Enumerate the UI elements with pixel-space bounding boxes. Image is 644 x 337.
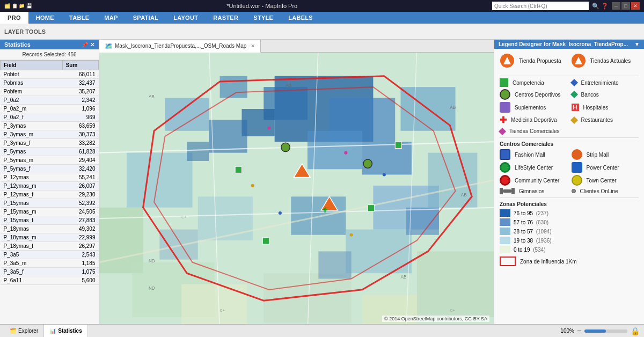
stats-pin-button[interactable]: 📌	[82, 42, 88, 48]
svg-text:AB: AB	[461, 193, 467, 197]
explorer-label: Explorer	[18, 328, 38, 334]
menu-tab-home[interactable]: HOME	[28, 12, 62, 24]
svg-rect-21	[181, 284, 247, 324]
svg-point-42	[344, 151, 347, 155]
col-header-sum: Sum	[62, 61, 98, 70]
sum-cell: 30,373	[62, 130, 98, 139]
svg-rect-8	[362, 142, 412, 174]
legend-tiendas-comerciales: Tiendas Comerciales	[500, 128, 639, 134]
field-cell: P_15ymas	[1, 199, 63, 208]
legend-item-tiendas-actuales: Tiendas Actuales	[571, 53, 639, 68]
town-center-icon	[572, 175, 582, 186]
table-row: Pobfem35,207	[1, 87, 99, 96]
menu-tab-pro[interactable]: PRO	[0, 12, 28, 24]
svg-text:C+: C+	[220, 309, 225, 313]
svg-point-48	[363, 159, 372, 168]
svg-text:AB: AB	[400, 275, 406, 280]
legend-title: Legend Designer for Mask_Isocrona_Tienda…	[499, 41, 628, 47]
zoom-minus-button[interactable]: ─	[577, 328, 581, 334]
table-row: P_18ymas_f26,297	[1, 242, 99, 251]
search-input[interactable]	[492, 2, 589, 10]
menu-tab-map[interactable]: MAP	[97, 12, 125, 24]
zona-0-19-swatch	[500, 246, 510, 253]
svg-text:AB: AB	[286, 83, 291, 88]
table-row: P_15ymas52,392	[1, 199, 99, 208]
legend-item-tienda-propuesta: Tienda Propuesta	[500, 53, 568, 68]
table-row: P_5ymas_f32,420	[1, 165, 99, 173]
clientes-online-icon	[572, 189, 576, 193]
sum-cell: 1,075	[62, 268, 98, 276]
statistics-tab[interactable]: 📊 Statistics	[44, 325, 87, 337]
field-cell: P_18ymas	[1, 225, 63, 233]
map-tab-close[interactable]: ✕	[251, 43, 255, 49]
menu-tab-layout[interactable]: LAYOUT	[166, 12, 206, 24]
menu-tab-raster[interactable]: RASTER	[206, 12, 246, 24]
field-cell: P_0a2	[1, 96, 63, 105]
stats-close-button[interactable]: ✕	[90, 42, 94, 48]
field-cell: P_5ymas_f	[1, 165, 63, 173]
menu-tab-spatial[interactable]: SPATIAL	[126, 12, 166, 24]
svg-text:ND: ND	[149, 259, 155, 263]
community-center-icon	[500, 175, 510, 186]
table-row: P_12ymas_f29,230	[1, 191, 99, 199]
map-canvas[interactable]: + AB AB AB AB AB ND ND C+	[99, 53, 494, 324]
ribbon: LAYER TOOLS	[0, 24, 644, 40]
menu-tab-style[interactable]: STYLE	[246, 12, 281, 24]
zona-influencia-row: Zona de Influencia 1Km	[500, 257, 639, 266]
zona-57-76-swatch	[500, 218, 510, 226]
sum-cell: 33,282	[62, 139, 98, 148]
explorer-tab[interactable]: 🗂️ Explorer	[4, 325, 44, 337]
legend-hospitales: H Hospitales	[572, 102, 639, 113]
legend-panel: Legend Designer for Mask_Isocrona_Tienda…	[494, 40, 644, 324]
table-row: P_15ymas_m24,505	[1, 208, 99, 216]
close-button[interactable]: ✕	[631, 2, 640, 10]
minimize-button[interactable]: ─	[612, 2, 620, 10]
sum-cell: 68,011	[62, 70, 98, 79]
table-row: P_3ymas_f33,282	[1, 139, 99, 148]
tiendas-actuales-icon	[571, 53, 586, 68]
table-row: P_6a115,600	[1, 276, 99, 285]
sum-cell: 35,207	[62, 87, 98, 96]
legend-close-button[interactable]: ▼	[634, 41, 640, 47]
svg-point-45	[251, 184, 254, 187]
map-area[interactable]: 🗺️ Mask_Isocrona_TiendaPropuesta,..._OSM…	[99, 40, 494, 324]
svg-rect-7	[209, 120, 247, 152]
legend-clientes-online: Clientes OnLine	[572, 188, 639, 194]
field-cell: Pobtot	[1, 70, 63, 79]
sum-cell: 26,297	[62, 242, 98, 251]
zona-76-95-swatch	[500, 209, 510, 217]
sum-cell: 32,420	[62, 165, 98, 173]
menu-tab-labels[interactable]: LABELS	[281, 12, 320, 24]
zoom-slider[interactable]	[584, 329, 627, 333]
field-cell: P_18ymas_f	[1, 242, 63, 251]
status-bar: 🗂️ Explorer 📊 Statistics 100% ─ 🔒	[0, 324, 644, 337]
legend-fashion-mall: Fashion Mall	[500, 149, 567, 160]
fashion-mall-icon	[500, 149, 510, 160]
svg-rect-13	[127, 153, 193, 208]
svg-rect-37	[368, 205, 374, 211]
restore-button[interactable]: □	[621, 2, 630, 10]
statistics-rows: Pobtot68,011Pobmas32,437Pobfem35,207P_0a…	[1, 70, 99, 285]
table-row: P_0a22,342	[1, 96, 99, 105]
zonas-potenciales-title: Zonas Potenciales	[500, 201, 639, 207]
records-info: Records Selected: 456	[0, 49, 99, 60]
legend-power-center: Power Center	[572, 162, 639, 173]
field-cell: P_3ymas_f	[1, 139, 63, 148]
legend-header: Legend Designer for Mask_Isocrona_Tienda…	[494, 40, 644, 49]
sum-cell: 1,096	[62, 105, 98, 113]
main-content: Statistics 📌 ✕ Records Selected: 456 Fie…	[0, 40, 644, 324]
zona-38-57: 38 to 57 (1094)	[500, 228, 639, 235]
sum-cell: 24,505	[62, 208, 98, 216]
field-cell: Pobmas	[1, 79, 63, 87]
statistics-icon: 📊	[49, 328, 56, 334]
competencia-icon	[500, 78, 508, 87]
field-cell: P_12ymas	[1, 173, 63, 182]
svg-rect-26	[318, 251, 351, 279]
field-cell: P_15ymas_f	[1, 216, 63, 225]
zona-influencia-icon	[500, 257, 516, 266]
table-row: P_12ymas55,241	[1, 173, 99, 182]
map-tab-main[interactable]: 🗺️ Mask_Isocrona_TiendaPropuesta,..._OSM…	[99, 40, 261, 53]
menu-tab-table[interactable]: TABLE	[62, 12, 97, 24]
field-cell: P_18ymas_m	[1, 233, 63, 242]
table-row: Pobmas32,437	[1, 79, 99, 87]
